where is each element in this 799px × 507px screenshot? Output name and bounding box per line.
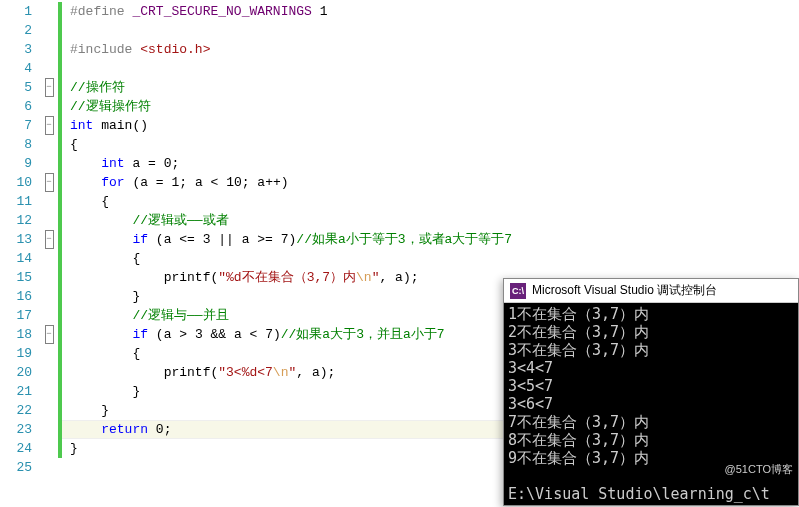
fold-cell xyxy=(40,287,58,306)
fold-minus-icon[interactable]: − xyxy=(45,325,54,344)
fold-cell xyxy=(40,306,58,325)
line-number: 2 xyxy=(0,21,40,40)
code-line[interactable]: #include <stdio.h> xyxy=(58,40,799,59)
code-text: printf("3<%d<7\n", a); xyxy=(70,365,335,380)
code-text: } xyxy=(70,403,109,418)
code-text: } xyxy=(70,289,140,304)
code-line[interactable]: //逻辑操作符 xyxy=(58,97,799,116)
fold-minus-icon[interactable]: − xyxy=(45,173,54,192)
fold-cell xyxy=(40,420,58,439)
code-line[interactable] xyxy=(58,59,799,78)
fold-cell[interactable]: − xyxy=(40,325,58,344)
code-line[interactable]: { xyxy=(58,249,799,268)
fold-cell xyxy=(40,2,58,21)
change-bar xyxy=(58,211,62,230)
line-number: 6 xyxy=(0,97,40,116)
line-number: 11 xyxy=(0,192,40,211)
code-line[interactable]: if (a <= 3 || a >= 7)//如果a小于等于3，或者a大于等于7 xyxy=(58,230,799,249)
change-bar xyxy=(58,173,62,192)
code-line[interactable]: int main() xyxy=(58,116,799,135)
change-bar xyxy=(58,325,62,344)
change-bar xyxy=(58,116,62,135)
change-bar xyxy=(58,306,62,325)
fold-cell xyxy=(40,344,58,363)
fold-cell xyxy=(40,40,58,59)
fold-cell[interactable]: − xyxy=(40,116,58,135)
fold-minus-icon[interactable]: − xyxy=(45,230,54,249)
console-titlebar[interactable]: C:\ Microsoft Visual Studio 调试控制台 xyxy=(504,279,798,303)
change-bar xyxy=(58,59,62,78)
code-text: #define _CRT_SECURE_NO_WARNINGS 1 xyxy=(70,4,327,19)
code-text: //逻辑或——或者 xyxy=(70,213,229,228)
line-number: 21 xyxy=(0,382,40,401)
code-line[interactable]: //逻辑或——或者 xyxy=(58,211,799,230)
code-line[interactable]: { xyxy=(58,192,799,211)
code-text: int a = 0; xyxy=(70,156,179,171)
line-number: 13 xyxy=(0,230,40,249)
fold-minus-icon[interactable]: − xyxy=(45,116,54,135)
fold-gutter[interactable]: −−−−− xyxy=(40,0,58,507)
code-line[interactable]: { xyxy=(58,135,799,154)
fold-cell xyxy=(40,59,58,78)
line-number: 20 xyxy=(0,363,40,382)
change-bar xyxy=(58,2,62,21)
code-line[interactable]: int a = 0; xyxy=(58,154,799,173)
line-number: 8 xyxy=(0,135,40,154)
code-text: printf("%d不在集合（3,7）内\n", a); xyxy=(70,270,419,285)
code-line[interactable]: for (a = 1; a < 10; a++) xyxy=(58,173,799,192)
change-bar xyxy=(58,78,62,97)
change-bar xyxy=(58,420,62,439)
fold-cell xyxy=(40,363,58,382)
code-text: return 0; xyxy=(70,422,171,437)
code-text: //操作符 xyxy=(70,80,125,95)
change-bar xyxy=(58,154,62,173)
line-number: 5 xyxy=(0,78,40,97)
line-number: 3 xyxy=(0,40,40,59)
fold-cell xyxy=(40,401,58,420)
change-bar xyxy=(58,135,62,154)
line-number: 24 xyxy=(0,439,40,458)
fold-cell xyxy=(40,21,58,40)
code-line[interactable]: //操作符 xyxy=(58,78,799,97)
line-number: 14 xyxy=(0,249,40,268)
fold-cell xyxy=(40,382,58,401)
fold-cell[interactable]: − xyxy=(40,173,58,192)
change-bar xyxy=(58,97,62,116)
line-number: 15 xyxy=(0,268,40,287)
line-number: 7 xyxy=(0,116,40,135)
code-text: } xyxy=(70,441,78,456)
fold-cell xyxy=(40,192,58,211)
line-number: 22 xyxy=(0,401,40,420)
fold-cell[interactable]: − xyxy=(40,230,58,249)
console-icon: C:\ xyxy=(510,283,526,299)
line-number: 19 xyxy=(0,344,40,363)
change-bar xyxy=(58,287,62,306)
line-number: 23 xyxy=(0,420,40,439)
line-number: 1 xyxy=(0,2,40,21)
code-text: { xyxy=(70,346,140,361)
line-number: 17 xyxy=(0,306,40,325)
code-text: { xyxy=(70,137,78,152)
line-number-gutter: 1234567891011121314151617181920212223242… xyxy=(0,0,40,507)
change-bar xyxy=(58,382,62,401)
code-text: #include <stdio.h> xyxy=(70,42,210,57)
change-bar xyxy=(58,249,62,268)
debug-console-window[interactable]: C:\ Microsoft Visual Studio 调试控制台 1不在集合（… xyxy=(503,278,799,506)
fold-minus-icon[interactable]: − xyxy=(45,78,54,97)
change-bar xyxy=(58,21,62,40)
code-text: if (a > 3 && a < 7)//如果a大于3，并且a小于7 xyxy=(70,327,445,342)
code-line[interactable] xyxy=(58,21,799,40)
fold-cell xyxy=(40,268,58,287)
fold-cell xyxy=(40,154,58,173)
code-line[interactable]: #define _CRT_SECURE_NO_WARNINGS 1 xyxy=(58,2,799,21)
line-number: 9 xyxy=(0,154,40,173)
fold-cell xyxy=(40,97,58,116)
fold-cell xyxy=(40,249,58,268)
change-bar xyxy=(58,268,62,287)
change-bar xyxy=(58,192,62,211)
fold-cell[interactable]: − xyxy=(40,78,58,97)
line-number: 25 xyxy=(0,458,40,477)
code-text: int main() xyxy=(70,118,148,133)
change-bar xyxy=(58,230,62,249)
fold-cell xyxy=(40,458,58,477)
